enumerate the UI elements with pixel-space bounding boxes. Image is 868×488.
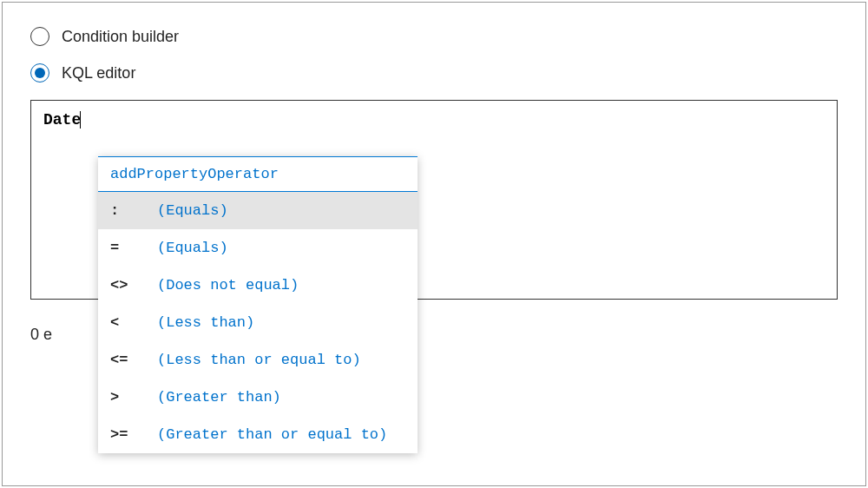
operator-description: (Equals)	[157, 202, 228, 219]
operator-description: (Less than or equal to)	[157, 352, 361, 368]
autocomplete-item-greater-than-or-equal[interactable]: >= (Greater than or equal to)	[98, 416, 418, 453]
radio-icon	[30, 27, 49, 46]
radio-icon	[30, 63, 49, 82]
operator-symbol: :	[110, 202, 157, 219]
autocomplete-header: addPropertyOperator	[98, 157, 418, 192]
operator-description: (Less than)	[157, 314, 254, 331]
radio-selected-dot-icon	[35, 68, 45, 78]
operator-symbol: <=	[110, 352, 157, 368]
autocomplete-item-greater-than[interactable]: > (Greater than)	[98, 379, 418, 416]
operator-symbol: =	[110, 240, 157, 256]
autocomplete-item-colon-equals[interactable]: : (Equals)	[98, 192, 418, 229]
radio-condition-builder[interactable]: Condition builder	[30, 27, 838, 46]
operator-description: (Equals)	[157, 240, 228, 256]
autocomplete-popup: addPropertyOperator : (Equals) = (Equals…	[98, 156, 418, 453]
operator-symbol: >	[110, 389, 157, 406]
radio-kql-editor[interactable]: KQL editor	[30, 63, 838, 82]
radio-label: KQL editor	[62, 64, 135, 82]
radio-label: Condition builder	[62, 28, 179, 46]
autocomplete-item-equals[interactable]: = (Equals)	[98, 229, 418, 267]
operator-description: (Greater than)	[157, 389, 281, 406]
autocomplete-item-less-than-or-equal[interactable]: <= (Less than or equal to)	[98, 341, 418, 379]
editor-text: Date	[43, 111, 81, 129]
operator-description: (Greater than or equal to)	[157, 426, 387, 443]
operator-description: (Does not equal)	[157, 277, 299, 293]
dialog-frame: Condition builder KQL editor Date 0 e ad…	[2, 2, 866, 486]
operator-symbol: <	[110, 314, 157, 331]
autocomplete-item-less-than[interactable]: < (Less than)	[98, 304, 418, 341]
autocomplete-item-not-equal[interactable]: <> (Does not equal)	[98, 267, 418, 304]
operator-symbol: >=	[110, 426, 157, 443]
editor-mode-radio-group: Condition builder KQL editor	[30, 27, 838, 82]
operator-symbol: <>	[110, 277, 157, 293]
